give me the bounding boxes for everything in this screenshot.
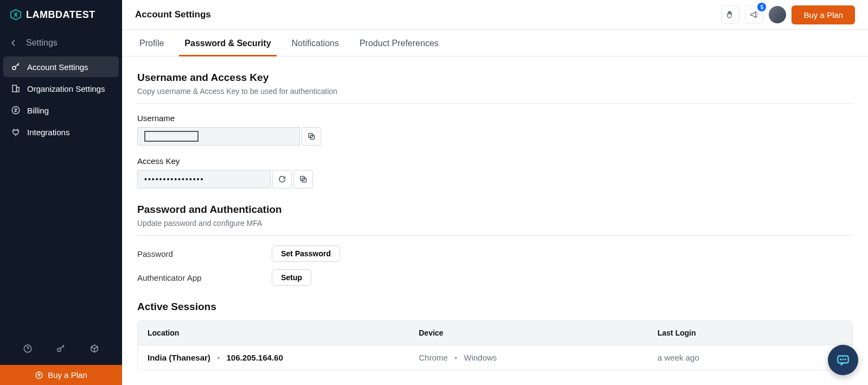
avatar[interactable] <box>769 6 786 23</box>
authenticator-label: Authenticator App <box>137 273 272 282</box>
section-sessions: Active Sessions Location Device Last Log… <box>137 301 853 370</box>
section-authentication: Password and Authentication Update passw… <box>137 204 853 286</box>
tab-product-preferences[interactable]: Product Preferences <box>358 30 441 56</box>
content: Username and Access Key Copy username & … <box>122 56 868 385</box>
authenticator-row: Authenticator App Setup <box>137 269 853 286</box>
password-row: Password Set Password <box>137 245 853 262</box>
svg-rect-2 <box>12 85 17 92</box>
session-os: Windows <box>464 353 497 362</box>
session-location: India (Thanesar) • 106.205.164.60 <box>148 353 419 362</box>
divider <box>137 103 853 104</box>
sidebar-item-label: Integrations <box>27 128 69 137</box>
refresh-icon <box>278 175 286 184</box>
sidebar: LAMBDATEST Settings Account Settings Org… <box>0 0 122 385</box>
page-title: Account Settings <box>135 9 211 20</box>
help-icon <box>23 344 33 354</box>
sidebar-buy-plan-button[interactable]: Buy a Plan <box>0 365 122 385</box>
svg-point-15 <box>845 359 846 360</box>
session-last-login: a week ago <box>658 353 843 362</box>
svg-rect-3 <box>17 87 20 92</box>
brand-logo[interactable]: LAMBDATEST <box>0 0 122 29</box>
lambdatest-logo-icon <box>10 9 22 21</box>
plug-icon <box>11 127 21 137</box>
svg-point-14 <box>843 359 844 360</box>
session-location-name: India (Thanesar) <box>148 353 210 362</box>
section-title: Username and Access Key <box>137 72 853 84</box>
main: Account Settings 5 Buy a Plan Profile Pa… <box>122 0 868 385</box>
col-lastlogin-header: Last Login <box>658 329 843 337</box>
help-button[interactable] <box>18 339 37 358</box>
password-label: Password <box>137 249 272 258</box>
col-device-header: Device <box>419 329 658 337</box>
accesskey-input[interactable]: •••••••••••••••• <box>137 170 271 188</box>
brand-name: LAMBDATEST <box>26 9 95 21</box>
col-location-header: Location <box>148 329 419 337</box>
key-small-icon <box>56 344 66 354</box>
copy-icon <box>307 132 316 141</box>
accesskey-shortcut-button[interactable] <box>51 339 71 358</box>
topbar-right: 5 Buy a Plan <box>721 5 855 24</box>
redacted-box-icon <box>144 131 199 142</box>
megaphone-icon <box>749 10 759 20</box>
tab-password-security[interactable]: Password & Security <box>182 30 273 56</box>
arrow-up-circle-icon <box>35 371 43 380</box>
username-label: Username <box>137 113 853 123</box>
sidebar-cta-label: Buy a Plan <box>48 370 87 380</box>
key-icon <box>11 62 21 72</box>
setup-authenticator-button[interactable]: Setup <box>272 269 311 286</box>
separator-dot-icon: • <box>455 353 457 362</box>
tab-notifications[interactable]: Notifications <box>290 30 341 56</box>
sidebar-bottom: Buy a Plan <box>0 332 122 385</box>
section-title: Active Sessions <box>137 301 853 313</box>
session-browser: Chrome <box>419 353 448 362</box>
svg-point-13 <box>840 359 841 360</box>
notification-badge: 5 <box>757 3 766 11</box>
copy-accesskey-button[interactable] <box>293 170 313 188</box>
chevron-left-icon <box>11 39 16 47</box>
sidebar-back-label: Settings <box>26 38 58 48</box>
dollar-icon <box>11 105 21 115</box>
session-location-ip: 106.205.164.60 <box>226 353 283 362</box>
hand-wave-icon <box>725 10 735 20</box>
section-title: Password and Authentication <box>137 204 853 216</box>
svg-point-1 <box>12 66 16 70</box>
session-device: Chrome • Windows <box>419 353 658 362</box>
sidebar-item-label: Account Settings <box>27 62 88 72</box>
copy-icon <box>299 175 308 184</box>
set-password-button[interactable]: Set Password <box>272 245 340 262</box>
announcements-button[interactable]: 5 <box>745 5 763 24</box>
table-row: India (Thanesar) • 106.205.164.60 Chrome… <box>138 345 852 370</box>
regenerate-accesskey-button[interactable] <box>272 170 292 188</box>
chat-widget-button[interactable] <box>828 345 858 375</box>
topbar: Account Settings 5 Buy a Plan <box>122 0 868 30</box>
accesskey-label: Access Key <box>137 156 853 166</box>
svg-point-6 <box>58 348 61 351</box>
sidebar-items: Account Settings Organization Settings B… <box>0 56 122 143</box>
sidebar-back[interactable]: Settings <box>0 33 122 53</box>
username-input[interactable] <box>137 127 300 146</box>
sessions-header: Location Device Last Login <box>138 321 852 345</box>
sidebar-item-billing[interactable]: Billing <box>3 100 119 121</box>
cube-icon <box>90 344 99 354</box>
section-subtitle: Copy username & Access Key to be used fo… <box>137 87 853 96</box>
tabs: Profile Password & Security Notification… <box>122 30 868 56</box>
accesskey-masked-value: •••••••••••••••• <box>144 175 204 184</box>
tab-profile[interactable]: Profile <box>137 30 166 56</box>
sessions-table: Location Device Last Login India (Thanes… <box>137 320 853 370</box>
sidebar-item-account-settings[interactable]: Account Settings <box>3 56 119 77</box>
buy-plan-button[interactable]: Buy a Plan <box>792 5 855 24</box>
username-field-row <box>137 127 853 146</box>
divider <box>137 235 853 236</box>
sidebar-item-label: Organization Settings <box>27 84 105 93</box>
separator-dot-icon: • <box>217 353 220 362</box>
copy-username-button[interactable] <box>302 127 321 146</box>
sidebar-item-integrations[interactable]: Integrations <box>3 122 119 142</box>
cube-button[interactable] <box>85 339 104 358</box>
whats-new-button[interactable] <box>721 5 739 24</box>
building-icon <box>11 84 21 93</box>
section-subtitle: Update password and configure MFA <box>137 219 853 228</box>
accesskey-field-row: •••••••••••••••• <box>137 170 853 188</box>
chat-icon <box>836 353 850 367</box>
sidebar-item-label: Billing <box>27 106 49 115</box>
sidebar-item-organization-settings[interactable]: Organization Settings <box>3 78 119 99</box>
